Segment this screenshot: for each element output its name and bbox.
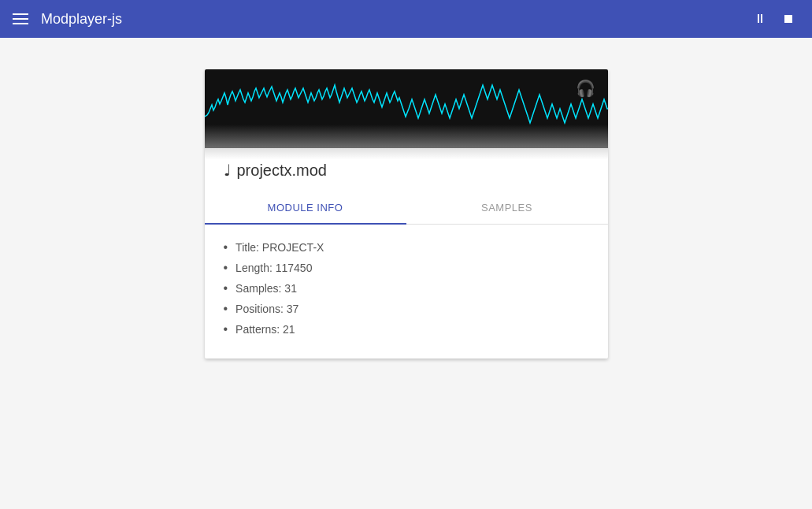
info-positions-text: Positions: 37: [235, 303, 298, 315]
pause-button[interactable]: ⏸: [749, 9, 771, 28]
stop-icon: ⏹: [782, 12, 795, 25]
info-item-patterns: Patterns: 21: [224, 319, 589, 340]
module-info-panel: Title: PROJECT-X Length: 117450 Samples:…: [205, 225, 608, 359]
headphones-icon: 🎧: [576, 79, 595, 98]
song-title: projectx.mod: [237, 162, 328, 180]
info-item-title: Title: PROJECT-X: [224, 237, 589, 258]
app-title: Modplayer-js: [41, 11, 749, 28]
info-samples-text: Samples: 31: [235, 282, 297, 295]
waveform-fade: [205, 124, 608, 148]
info-patterns-text: Patterns: 21: [235, 323, 295, 336]
info-item-samples: Samples: 31: [224, 278, 589, 299]
waveform-area: 🎧: [205, 69, 608, 148]
music-note-icon: ♩: [224, 161, 231, 180]
pause-icon: ⏸: [754, 12, 766, 25]
info-item-length: Length: 117450: [224, 258, 589, 278]
app-bar-actions: ⏸ ⏹: [749, 9, 799, 28]
info-length-text: Length: 117450: [235, 262, 312, 274]
info-list: Title: PROJECT-X Length: 117450 Samples:…: [224, 237, 589, 340]
info-title-text: Title: PROJECT-X: [235, 241, 324, 254]
tab-module-info[interactable]: MODULE INFO: [205, 192, 406, 225]
song-title-area: ♩ projectx.mod: [205, 148, 608, 186]
tabs-container: MODULE INFO SAMPLES: [205, 192, 608, 225]
main-content: 🎧 ♩ projectx.mod MODULE INFO SAMPLES Tit…: [0, 38, 812, 390]
menu-button[interactable]: [13, 13, 28, 24]
stop-button[interactable]: ⏹: [777, 9, 799, 28]
app-bar: Modplayer-js ⏸ ⏹: [0, 0, 812, 38]
player-card: 🎧 ♩ projectx.mod MODULE INFO SAMPLES Tit…: [205, 69, 608, 359]
tab-samples[interactable]: SAMPLES: [406, 192, 608, 224]
info-item-positions: Positions: 37: [224, 299, 589, 319]
